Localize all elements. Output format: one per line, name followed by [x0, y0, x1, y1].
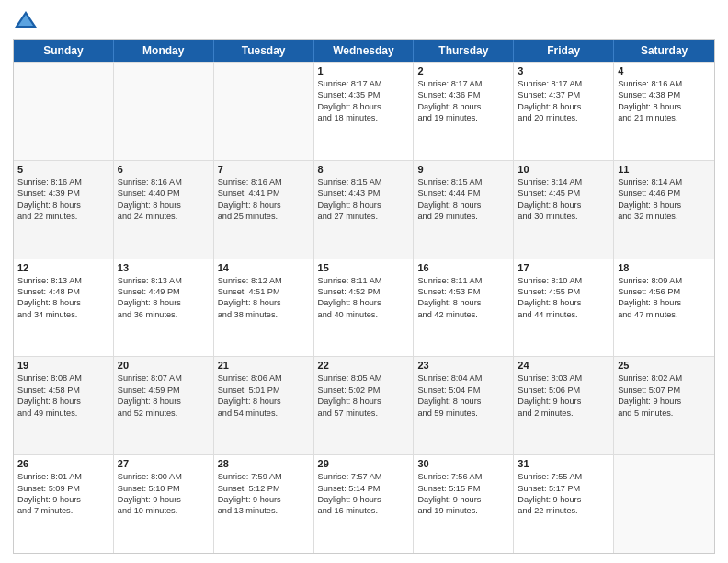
day-number: 24 [518, 360, 609, 371]
weekday-header: Sunday [14, 40, 114, 62]
calendar-cell: 14Sunrise: 8:12 AMSunset: 4:51 PMDayligh… [214, 259, 314, 357]
cell-info-line: Sunrise: 8:03 AM [518, 373, 609, 384]
cell-info-line: Daylight: 9 hours [518, 494, 609, 505]
calendar-cell: 25Sunrise: 8:02 AMSunset: 5:07 PMDayligh… [614, 357, 714, 454]
calendar-cell: 11Sunrise: 8:14 AMSunset: 4:46 PMDayligh… [614, 161, 714, 259]
cell-info-line: Sunrise: 8:10 AM [518, 275, 609, 286]
cell-info-line: and 42 minutes. [417, 309, 509, 320]
cell-info-line: and 5 minutes. [618, 408, 711, 419]
cell-info-line: Sunset: 4:48 PM [17, 286, 109, 297]
day-number: 21 [218, 360, 310, 371]
day-number: 5 [17, 164, 109, 175]
cell-info-line: and 44 minutes. [518, 309, 609, 320]
cell-info-line: and 18 minutes. [318, 112, 410, 123]
cell-info-line: Sunrise: 8:07 AM [118, 373, 210, 384]
cell-info-line: Sunset: 5:04 PM [417, 385, 509, 396]
cell-info-line: and 2 minutes. [518, 408, 609, 419]
day-number: 19 [17, 360, 109, 371]
cell-info-line: Sunset: 5:01 PM [218, 385, 310, 396]
day-number: 13 [118, 262, 210, 273]
calendar-cell: 15Sunrise: 8:11 AMSunset: 4:52 PMDayligh… [314, 259, 415, 357]
weekday-header: Monday [114, 40, 214, 62]
cell-info-line: and 24 minutes. [118, 211, 210, 222]
cell-info-line: Daylight: 9 hours [118, 494, 210, 505]
cell-info-line: Sunset: 4:46 PM [618, 188, 711, 199]
cell-info-line: Sunrise: 7:56 AM [417, 471, 509, 482]
cell-info-line: Daylight: 8 hours [118, 396, 210, 407]
calendar-cell: 20Sunrise: 8:07 AMSunset: 4:59 PMDayligh… [114, 357, 214, 454]
calendar-cell: 26Sunrise: 8:01 AMSunset: 5:09 PMDayligh… [14, 455, 114, 553]
day-number: 31 [518, 458, 609, 469]
cell-info-line: and 36 minutes. [118, 309, 210, 320]
calendar-cell: 1Sunrise: 8:17 AMSunset: 4:35 PMDaylight… [314, 63, 415, 160]
cell-info-line: Sunrise: 7:55 AM [518, 471, 609, 482]
cell-info-line: Sunrise: 7:59 AM [218, 471, 310, 482]
cell-info-line: Sunrise: 7:57 AM [318, 471, 410, 482]
weekday-header: Tuesday [214, 40, 314, 62]
weekday-header: Thursday [414, 40, 514, 62]
cell-info-line: Sunrise: 8:11 AM [417, 275, 509, 286]
cell-info-line: Daylight: 8 hours [417, 200, 509, 211]
calendar-cell: 19Sunrise: 8:08 AMSunset: 4:58 PMDayligh… [14, 357, 114, 454]
weekday-header: Wednesday [314, 40, 415, 62]
day-number: 11 [618, 164, 711, 175]
day-number: 12 [17, 262, 109, 273]
cell-info-line: Sunset: 5:14 PM [318, 483, 410, 494]
cell-info-line: Daylight: 9 hours [17, 494, 109, 505]
cell-info-line: and 49 minutes. [17, 408, 109, 419]
weekday-header: Friday [514, 40, 614, 62]
cell-info-line: Sunrise: 8:16 AM [618, 78, 711, 89]
calendar-cell: 27Sunrise: 8:00 AMSunset: 5:10 PMDayligh… [114, 455, 214, 553]
cell-info-line: Daylight: 8 hours [17, 200, 109, 211]
cell-info-line: Sunset: 4:44 PM [417, 188, 509, 199]
day-number: 17 [518, 262, 609, 273]
calendar-cell: 2Sunrise: 8:17 AMSunset: 4:36 PMDaylight… [414, 63, 514, 160]
calendar-cell: 22Sunrise: 8:05 AMSunset: 5:02 PMDayligh… [314, 357, 415, 454]
cell-info-line: Sunset: 4:39 PM [17, 188, 109, 199]
cell-info-line: Daylight: 8 hours [318, 200, 410, 211]
cell-info-line: and 54 minutes. [218, 408, 310, 419]
cell-info-line: Sunrise: 8:17 AM [518, 78, 609, 89]
day-number: 7 [218, 164, 310, 175]
day-number: 3 [518, 65, 609, 76]
cell-info-line: Daylight: 8 hours [618, 297, 711, 308]
cell-info-line: Daylight: 8 hours [417, 297, 509, 308]
cell-info-line: Sunset: 4:43 PM [318, 188, 410, 199]
cell-info-line: and 21 minutes. [618, 112, 711, 123]
calendar-cell: 3Sunrise: 8:17 AMSunset: 4:37 PMDaylight… [514, 63, 614, 160]
logo [13, 9, 42, 31]
calendar-cell: 5Sunrise: 8:16 AMSunset: 4:39 PMDaylight… [14, 161, 114, 259]
day-number: 4 [618, 65, 711, 76]
cell-info-line: Daylight: 8 hours [518, 101, 609, 112]
calendar-cell: 17Sunrise: 8:10 AMSunset: 4:55 PMDayligh… [514, 259, 614, 357]
cell-info-line: Daylight: 8 hours [218, 200, 310, 211]
cell-info-line: Daylight: 9 hours [618, 396, 711, 407]
cell-info-line: Daylight: 8 hours [518, 200, 609, 211]
cell-info-line: Sunset: 4:59 PM [118, 385, 210, 396]
cell-info-line: Sunset: 5:17 PM [518, 483, 609, 494]
calendar-cell: 16Sunrise: 8:11 AMSunset: 4:53 PMDayligh… [414, 259, 514, 357]
day-number: 30 [417, 458, 509, 469]
calendar-row: 5Sunrise: 8:16 AMSunset: 4:39 PMDaylight… [14, 160, 714, 259]
cell-info-line: and 19 minutes. [417, 505, 509, 516]
calendar-cell: 12Sunrise: 8:13 AMSunset: 4:48 PMDayligh… [14, 259, 114, 357]
calendar-cell [214, 63, 314, 160]
day-number: 16 [417, 262, 509, 273]
cell-info-line: Sunrise: 8:17 AM [318, 78, 410, 89]
cell-info-line: Sunset: 5:07 PM [618, 385, 711, 396]
day-number: 20 [118, 360, 210, 371]
day-number: 18 [618, 262, 711, 273]
calendar-cell: 10Sunrise: 8:14 AMSunset: 4:45 PMDayligh… [514, 161, 614, 259]
cell-info-line: and 59 minutes. [417, 408, 509, 419]
cell-info-line: Daylight: 9 hours [318, 494, 410, 505]
calendar-cell: 8Sunrise: 8:15 AMSunset: 4:43 PMDaylight… [314, 161, 415, 259]
calendar-cell: 24Sunrise: 8:03 AMSunset: 5:06 PMDayligh… [514, 357, 614, 454]
cell-info-line: Daylight: 8 hours [618, 200, 711, 211]
cell-info-line: Daylight: 8 hours [17, 396, 109, 407]
calendar-cell [14, 63, 114, 160]
cell-info-line: Sunrise: 8:08 AM [17, 373, 109, 384]
cell-info-line: Sunrise: 8:13 AM [118, 275, 210, 286]
cell-info-line: Daylight: 8 hours [218, 297, 310, 308]
cell-info-line: Sunset: 5:02 PM [318, 385, 410, 396]
cell-info-line: Daylight: 8 hours [318, 297, 410, 308]
